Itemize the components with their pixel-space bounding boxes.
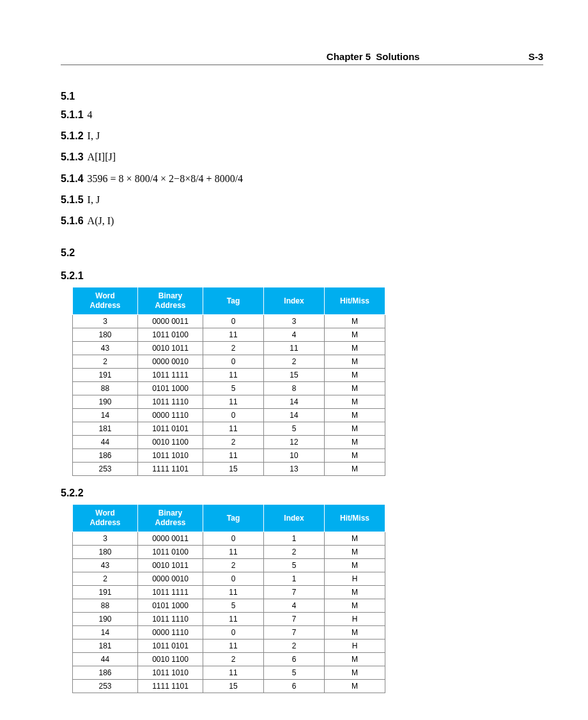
- cell: 0: [203, 409, 264, 422]
- cell: 0010 1100: [138, 436, 203, 449]
- cell: M: [325, 586, 385, 599]
- cell: M: [325, 546, 385, 559]
- table-5-2-2-wrap: WordAddress BinaryAddress Tag Index Hit/…: [72, 504, 543, 693]
- th-text: Tag: [227, 514, 240, 523]
- table-5-2-1: WordAddress BinaryAddress Tag Index Hit/…: [72, 287, 385, 476]
- cell: M: [325, 532, 385, 546]
- cell: 2: [203, 342, 264, 355]
- table-row: 430010 101125M: [73, 559, 385, 572]
- cell: 11: [203, 449, 264, 463]
- cell: 253: [73, 680, 138, 693]
- item-5-1-1: 5.1.14: [61, 106, 543, 123]
- cell: M: [325, 355, 385, 369]
- cell: M: [325, 680, 385, 693]
- cell: M: [325, 449, 385, 463]
- section-5-2-2: 5.2.2: [61, 487, 543, 499]
- th-text: Index: [284, 296, 304, 305]
- table-row: 1861011 1010115M: [73, 666, 385, 680]
- table-row: 20000 001002M: [73, 355, 385, 369]
- section-5-1: 5.1: [61, 91, 543, 102]
- section-5-2: 5.2: [61, 247, 543, 259]
- col-hit-miss: Hit/Miss: [325, 505, 385, 532]
- cell: 180: [73, 328, 138, 342]
- col-word-address: WordAddress: [73, 287, 138, 315]
- table-row: 30000 001101M: [73, 532, 385, 546]
- th-text: BinaryAddress: [155, 509, 185, 527]
- cell: 1011 0101: [138, 422, 203, 436]
- cell: 190: [73, 613, 138, 626]
- table-head: WordAddress BinaryAddress Tag Index Hit/…: [73, 505, 385, 532]
- table-head: WordAddress BinaryAddress Tag Index Hit/…: [73, 287, 385, 315]
- cell: M: [325, 382, 385, 395]
- header-chapter: Chapter 5 Solutions: [327, 51, 420, 62]
- cell: 5: [264, 559, 325, 572]
- table-row: 2531111 11011513M: [73, 463, 385, 476]
- cell: M: [325, 409, 385, 422]
- table-row: 2531111 1101156M: [73, 680, 385, 693]
- cell: 1011 1111: [138, 369, 203, 382]
- cell: 1011 0100: [138, 328, 203, 342]
- table-row: 140000 111007M: [73, 626, 385, 640]
- table-row: 20000 001001H: [73, 572, 385, 586]
- cell: 0010 1011: [138, 559, 203, 572]
- cell: 15: [203, 463, 264, 476]
- cell: 7: [264, 586, 325, 599]
- table-5-2-1-wrap: WordAddress BinaryAddress Tag Index Hit/…: [72, 287, 543, 476]
- cell: 43: [73, 342, 138, 355]
- cell: 2: [73, 355, 138, 369]
- th-text: WordAddress: [89, 291, 120, 310]
- cell: 2: [264, 640, 325, 653]
- cell: 2: [264, 355, 325, 369]
- cell: M: [325, 463, 385, 476]
- header-rule: [61, 65, 543, 65]
- table-row: 880101 100054M: [73, 599, 385, 613]
- cell: 6: [264, 653, 325, 666]
- item-label: 5.1.6: [61, 215, 84, 226]
- page-number: S-3: [529, 51, 543, 62]
- table-row: 1801011 0100114M: [73, 328, 385, 342]
- cell: 191: [73, 369, 138, 382]
- item-text: A(J, I): [88, 215, 114, 226]
- item-label: 5.1.2: [61, 130, 84, 141]
- table-5-2-2: WordAddress BinaryAddress Tag Index Hit/…: [72, 504, 385, 693]
- cell: H: [325, 613, 385, 626]
- cell: M: [325, 395, 385, 409]
- cell: 5: [203, 599, 264, 613]
- cell: 5: [264, 422, 325, 436]
- cell: 2: [203, 653, 264, 666]
- cell: M: [325, 369, 385, 382]
- cell: H: [325, 640, 385, 653]
- cell: 11: [203, 328, 264, 342]
- cell: 0000 0010: [138, 572, 203, 586]
- cell: 11: [203, 640, 264, 653]
- cell: 0010 1100: [138, 653, 203, 666]
- item-label: 5.1.3: [61, 151, 84, 162]
- cell: 11: [203, 369, 264, 382]
- cell: 88: [73, 599, 138, 613]
- cell: 15: [203, 680, 264, 693]
- table-body: 30000 001101M1801011 0100112M430010 1011…: [73, 532, 385, 693]
- cell: 0101 1000: [138, 599, 203, 613]
- cell: M: [325, 599, 385, 613]
- chapter-number: Chapter 5: [327, 51, 371, 62]
- cell: 14: [264, 409, 325, 422]
- item-label: 5.1.4: [61, 173, 84, 184]
- cell: 10: [264, 449, 325, 463]
- cell: 0000 0011: [138, 532, 203, 546]
- cell: 253: [73, 463, 138, 476]
- cell: 43: [73, 559, 138, 572]
- table-row: 1901011 11101114M: [73, 395, 385, 409]
- cell: 7: [264, 626, 325, 640]
- cell: 1011 1110: [138, 395, 203, 409]
- cell: 0: [203, 315, 264, 328]
- item-text: I, J: [88, 194, 100, 205]
- item-text: 4: [88, 109, 93, 120]
- cell: 7: [264, 613, 325, 626]
- th-text: WordAddress: [89, 509, 120, 527]
- cell: 2: [264, 546, 325, 559]
- th-text: Hit/Miss: [340, 296, 369, 305]
- cell: M: [325, 342, 385, 355]
- item-5-1-6: 5.1.6A(J, I): [61, 212, 543, 229]
- cell: 181: [73, 422, 138, 436]
- cell: 11: [203, 422, 264, 436]
